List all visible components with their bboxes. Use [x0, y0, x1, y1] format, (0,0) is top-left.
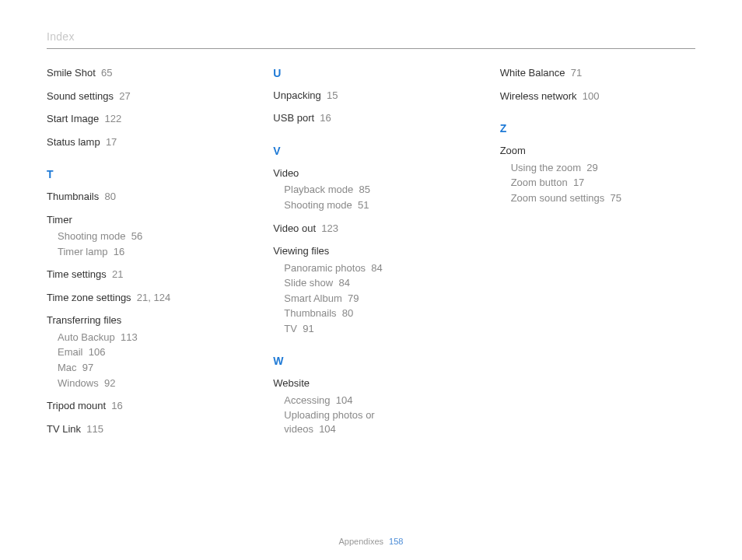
index-subterm: Panoramic photos	[284, 262, 366, 274]
index-term: USB port	[273, 112, 314, 124]
index-pages: 75	[611, 192, 621, 204]
index-pages: 104	[336, 394, 353, 406]
index-term: Transferring files	[47, 313, 242, 327]
index-pages: 80	[104, 191, 115, 202]
index-pages: 80	[342, 307, 353, 319]
index-columns: Smile Shot 65 Sound settings 27 Start Im…	[47, 66, 695, 445]
index-term: Smile Shot	[47, 67, 96, 79]
index-term: Start Image	[47, 113, 99, 124]
index-subentry: Zoom sound settings 75	[511, 191, 695, 205]
index-entry: Status lamp 17	[47, 135, 242, 149]
section-letter-t: T	[47, 167, 242, 182]
index-subterm: TV	[284, 323, 297, 334]
index-pages: 16	[111, 400, 122, 411]
index-pages: 17	[106, 136, 117, 148]
index-entry: Viewing files Panoramic photos 84 Slide …	[273, 244, 468, 335]
index-pages: 79	[348, 292, 359, 304]
index-subterm: Playback mode	[284, 184, 353, 195]
index-subentry: Accessing 104	[284, 394, 468, 408]
column-3: White Balance 71 Wireless network 100 Z …	[500, 66, 695, 445]
manual-page: Index Smile Shot 65 Sound settings 27 St…	[0, 0, 742, 560]
index-subterm: Using the zoom	[511, 162, 581, 173]
index-subentry: Panoramic photos 84	[284, 261, 468, 275]
index-term: Video out	[273, 222, 316, 234]
index-subentry: Smart Album 79	[284, 292, 468, 306]
index-pages: 92	[104, 377, 115, 389]
index-pages: 123	[321, 222, 338, 234]
index-pages: 122	[104, 113, 121, 124]
column-1: Smile Shot 65 Sound settings 27 Start Im…	[47, 66, 242, 445]
index-pages: 100	[583, 90, 600, 102]
index-term: White Balance	[500, 67, 565, 79]
index-subterm: Smart Album	[284, 292, 341, 304]
index-pages: 16	[114, 246, 124, 257]
index-subentry: Using the zoom 29	[511, 161, 695, 175]
index-subentry: Windows 92	[58, 376, 242, 390]
index-subentry: Email 106	[58, 345, 242, 359]
index-subentry: Auto Backup 113	[58, 331, 242, 345]
index-term: TV Link	[47, 423, 81, 435]
index-pages: 29	[586, 162, 597, 173]
index-entry: Smile Shot 65	[47, 66, 242, 80]
index-term: Sound settings	[47, 90, 114, 102]
index-subterm: Slide show	[284, 277, 333, 289]
index-pages: 15	[327, 89, 338, 101]
index-subentry: Uploading photos or videos 104	[284, 408, 393, 436]
page-title: Index	[47, 30, 75, 43]
index-subentry: Mac 97	[58, 361, 242, 375]
index-subentry: Zoom button 17	[511, 176, 695, 190]
index-pages: 16	[320, 112, 331, 124]
index-term: Zoom	[500, 144, 695, 158]
index-subterm: Zoom sound settings	[511, 192, 605, 204]
index-subterm: Accessing	[284, 394, 330, 406]
index-subentry: Slide show 84	[284, 276, 468, 290]
index-pages: 106	[89, 346, 106, 358]
index-subterm: Mac	[58, 362, 77, 373]
index-pages: 21, 124	[137, 292, 170, 303]
index-subentry: Shooting mode 51	[284, 198, 468, 212]
index-entry: Website Accessing 104 Uploading photos o…	[273, 376, 468, 436]
index-term: Unpacking	[273, 89, 320, 101]
index-subterm: Zoom button	[511, 177, 568, 188]
index-term: Viewing files	[273, 244, 468, 258]
index-pages: 91	[303, 323, 313, 334]
index-entry: Transferring files Auto Backup 113 Email…	[47, 313, 242, 390]
section-letter-u: U	[273, 66, 468, 81]
index-entry: Sound settings 27	[47, 89, 242, 103]
page-footer: Appendixes 158	[0, 537, 742, 546]
index-pages: 21	[112, 268, 123, 280]
index-entry: Thumbnails 80	[47, 190, 242, 204]
footer-page-number: 158	[389, 537, 403, 546]
section-letter-z: Z	[500, 121, 695, 136]
index-pages: 84	[338, 277, 349, 289]
index-term: Video	[273, 166, 468, 180]
index-entry: Timer Shooting mode 56 Timer lamp 16	[47, 213, 242, 259]
index-term: Timer	[47, 213, 242, 227]
index-entry: Unpacking 15	[273, 89, 468, 103]
index-pages: 115	[86, 423, 103, 435]
index-pages: 85	[359, 184, 369, 195]
index-pages: 51	[358, 199, 369, 211]
index-entry: Time zone settings 21, 124	[47, 291, 242, 305]
index-term: Website	[273, 376, 468, 390]
index-pages: 71	[571, 67, 582, 79]
index-subentry: Shooting mode 56	[58, 229, 242, 243]
index-pages: 56	[131, 230, 142, 242]
index-pages: 104	[319, 423, 336, 435]
footer-section: Appendixes	[339, 537, 384, 546]
index-subentry: TV 91	[284, 322, 468, 336]
index-subterm: Auto Backup	[58, 331, 115, 343]
index-pages: 84	[371, 262, 382, 274]
index-subentry: Thumbnails 80	[284, 306, 468, 320]
index-pages: 17	[573, 177, 584, 188]
index-entry: TV Link 115	[47, 422, 242, 436]
index-subterm: Windows	[58, 377, 99, 389]
index-term: Time settings	[47, 268, 107, 280]
index-entry: Zoom Using the zoom 29 Zoom button 17 Zo…	[500, 144, 695, 205]
index-subterm: Shooting mode	[284, 199, 352, 211]
index-entry: Tripod mount 16	[47, 399, 242, 413]
index-pages: 65	[101, 67, 112, 79]
index-pages: 27	[119, 90, 130, 102]
page-header: Index	[47, 30, 695, 49]
index-entry: USB port 16	[273, 111, 468, 125]
